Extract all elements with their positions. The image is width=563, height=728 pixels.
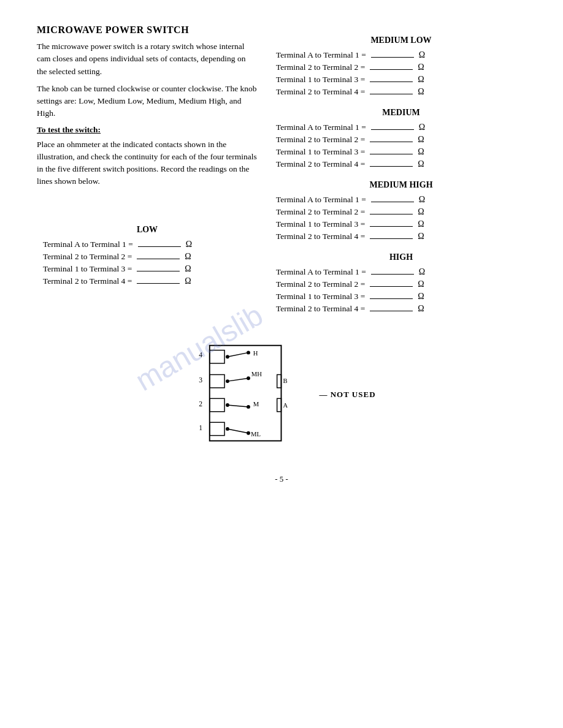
medium-high-heading: MEDIUM HIGH (276, 180, 526, 190)
blank-line (370, 94, 413, 94)
blank-line (371, 57, 414, 58)
blank-line (371, 202, 414, 202)
table-row: Terminal 1 to Terminal 3 = Ω (276, 147, 526, 157)
table-row: Terminal 2 to Terminal 2 = Ω (276, 207, 526, 217)
switch-diagram: 4 3 2 1 H (187, 339, 310, 450)
svg-rect-7 (210, 398, 224, 411)
svg-rect-0 (210, 346, 282, 441)
table-row: Terminal 1 to Terminal 3 = Ω (276, 292, 526, 301)
table-row: Terminal A to Terminal 1 = Ω (276, 267, 526, 277)
table-row: Terminal 2 to Terminal 2 = Ω (276, 135, 526, 145)
svg-point-17 (247, 405, 251, 409)
blank-line (370, 154, 413, 154)
not-used-label: — NOT USED (319, 390, 375, 400)
low-section: LOW Terminal A to Terminal 1 = Ω Termina… (37, 225, 258, 286)
medium-heading: MEDIUM (276, 108, 526, 118)
medium-low-section: MEDIUM LOW Terminal A to Terminal 1 = Ω … (276, 36, 526, 97)
svg-point-11 (247, 351, 251, 354)
high-section: HIGH Terminal A to Terminal 1 = Ω Termin… (276, 252, 526, 314)
medium-low-heading: MEDIUM LOW (276, 36, 526, 45)
test-heading: To test the switch: (37, 125, 258, 135)
intro-para-2: The knob can be turned clockwise or coun… (37, 83, 258, 120)
blank-line (370, 82, 413, 82)
section-title: MICROWAVE POWER SWITCH (37, 25, 258, 36)
svg-line-16 (228, 405, 248, 407)
table-row: Terminal A to Terminal 1 = Ω (276, 123, 526, 132)
blank-line (370, 286, 413, 287)
blank-line (371, 129, 414, 130)
table-row: Terminal 2 to Terminal 4 = Ω (43, 276, 258, 286)
low-measurements: Terminal A to Terminal 1 = Ω Terminal 2 … (37, 240, 258, 286)
svg-text:ML: ML (251, 430, 261, 438)
table-row: Terminal 2 to Terminal 2 = Ω (276, 279, 526, 289)
svg-point-20 (247, 431, 251, 435)
blank-line (370, 214, 413, 214)
svg-text:M: M (253, 400, 259, 408)
svg-text:MH: MH (251, 370, 262, 377)
svg-text:A: A (283, 401, 288, 409)
svg-point-14 (247, 376, 251, 380)
svg-text:1: 1 (199, 424, 203, 432)
table-row: Terminal 2 to Terminal 4 = Ω (276, 304, 526, 314)
blank-line (370, 238, 413, 239)
blank-line (138, 246, 181, 247)
blank-line (137, 271, 180, 271)
svg-text:H: H (253, 349, 258, 357)
diagram-container: 4 3 2 1 H (37, 339, 526, 450)
left-column: MICROWAVE POWER SWITCH The microwave pow… (37, 25, 258, 321)
blank-line (370, 226, 413, 227)
medium-section: MEDIUM Terminal A to Terminal 1 = Ω Term… (276, 108, 526, 169)
blank-line (370, 142, 413, 142)
test-description: Place an ohmmeter at the indicated conta… (37, 138, 258, 188)
page-number: - 5 - (37, 474, 526, 484)
blank-line (137, 259, 180, 259)
table-row: Terminal A to Terminal 1 = Ω (43, 240, 258, 249)
blank-line (370, 69, 413, 70)
svg-rect-25 (277, 374, 282, 387)
table-row: Terminal 1 to Terminal 3 = Ω (276, 219, 526, 229)
medium-high-section: MEDIUM HIGH Terminal A to Terminal 1 = Ω… (276, 180, 526, 241)
blank-line (370, 311, 413, 311)
svg-line-10 (228, 352, 248, 357)
svg-rect-5 (210, 351, 224, 363)
svg-text:B: B (283, 377, 288, 384)
table-row: Terminal 1 to Terminal 3 = Ω (276, 75, 526, 85)
table-row: Terminal 2 to Terminal 4 = Ω (276, 159, 526, 169)
table-row: Terminal 2 to Terminal 4 = Ω (276, 232, 526, 241)
svg-line-13 (228, 378, 248, 381)
svg-text:4: 4 (199, 351, 203, 359)
svg-rect-8 (210, 422, 224, 435)
svg-text:2: 2 (199, 400, 203, 408)
svg-text:3: 3 (199, 376, 203, 384)
blank-line (370, 166, 413, 167)
blank-line (370, 298, 413, 299)
table-row: Terminal 2 to Terminal 4 = Ω (276, 87, 526, 97)
svg-rect-27 (277, 398, 282, 411)
blank-line (371, 274, 414, 275)
table-row: Terminal 2 to Terminal 2 = Ω (43, 252, 258, 262)
table-row: Terminal 1 to Terminal 3 = Ω (43, 264, 258, 274)
low-heading: LOW (37, 225, 258, 235)
high-heading: HIGH (276, 252, 526, 262)
table-row: Terminal A to Terminal 1 = Ω (276, 50, 526, 60)
intro-para-1: The microwave power switch is a rotary s… (37, 40, 258, 78)
svg-rect-6 (210, 374, 224, 387)
blank-line (137, 283, 180, 284)
svg-line-19 (228, 429, 248, 433)
table-row: Terminal A to Terminal 1 = Ω (276, 195, 526, 205)
right-column: MEDIUM LOW Terminal A to Terminal 1 = Ω … (276, 25, 526, 321)
table-row: Terminal 2 to Terminal 2 = Ω (276, 63, 526, 72)
page: manualslib MICROWAVE POWER SWITCH The mi… (37, 25, 526, 484)
